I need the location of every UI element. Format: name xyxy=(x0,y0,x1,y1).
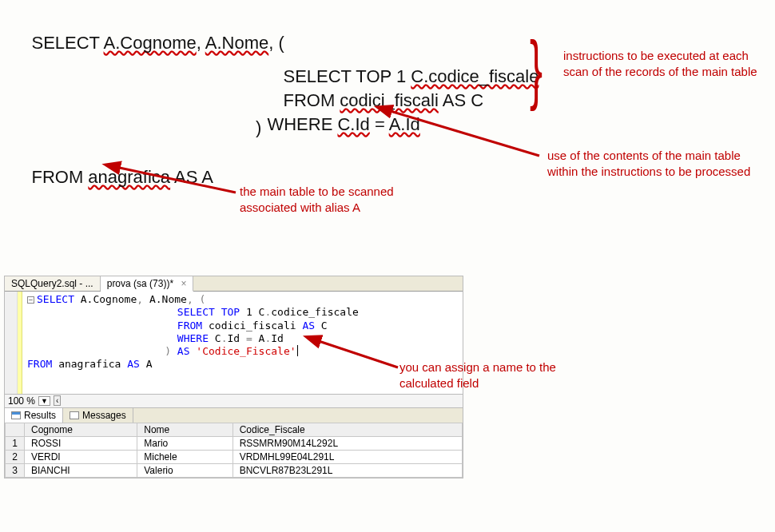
scroll-left-button[interactable]: ‹ xyxy=(54,395,61,406)
zoom-dropdown[interactable]: ▼ xyxy=(38,396,50,406)
kw: WHERE xyxy=(177,332,209,344)
annotation-alias: you can assign a name to the calculated … xyxy=(399,359,575,391)
p: = xyxy=(246,332,252,344)
rownum: 1 xyxy=(6,436,25,450)
annotation-main-table: the main table to be scanned associated … xyxy=(240,184,447,215)
kw: TOP xyxy=(221,306,240,318)
kw: AS xyxy=(177,345,190,357)
kw: SELECT xyxy=(37,293,74,305)
tab-results[interactable]: Results xyxy=(5,408,63,423)
str: 'Codice_Fiscale' xyxy=(196,345,296,357)
fold-icon[interactable]: − xyxy=(27,296,34,304)
brace-icon: } xyxy=(530,25,542,113)
t: Id xyxy=(227,332,245,344)
kw: FROM xyxy=(177,320,202,332)
sep: , xyxy=(197,33,205,53)
t xyxy=(215,306,221,318)
cell-cognome: ROSSI xyxy=(25,436,137,450)
p: ) xyxy=(165,345,171,357)
zoom-bar: 100 % ▼ ‹ xyxy=(5,394,463,407)
t: 1 C xyxy=(240,306,264,318)
t xyxy=(193,293,200,305)
t: A.Nome xyxy=(143,293,187,305)
rownum: 3 xyxy=(6,463,25,477)
editor-tabstrip: SQLQuery2.sql - ... prova (sa (73))* × xyxy=(5,276,463,292)
t: C xyxy=(315,320,328,332)
col-codice-fiscale[interactable]: Codice_Fiscale xyxy=(232,423,462,436)
table-row[interactable]: 3 BIANCHI Valerio BNCVLR87B23L291L xyxy=(6,463,463,477)
tab-connection-label: prova (sa (73))* xyxy=(107,278,173,289)
kw: SELECT xyxy=(177,306,215,318)
col-cognome: A.Cognome xyxy=(104,33,197,53)
kw: AS xyxy=(127,358,140,370)
t: C xyxy=(209,332,221,344)
close-icon[interactable]: × xyxy=(181,278,186,289)
tab-messages[interactable]: Messages xyxy=(63,408,133,423)
arrow-main-table xyxy=(108,162,252,213)
col-nome: A.Nome xyxy=(205,33,268,53)
p: ( xyxy=(200,293,206,305)
tab-results-label: Results xyxy=(24,410,56,421)
table-row[interactable]: 1 ROSSI Mario RSSMRM90M14L292L xyxy=(6,436,463,450)
t: A xyxy=(252,332,265,344)
results-grid[interactable]: Cognome Nome Codice_Fiscale 1 ROSSI Mari… xyxy=(5,423,463,478)
sql-line-5: ) xyxy=(256,117,261,138)
table-row[interactable]: 2 VERDI Michele VRDMHL99E04L291L xyxy=(6,450,463,463)
kw-select: SELECT xyxy=(31,33,103,53)
arrow-correlated xyxy=(380,104,555,171)
p: , xyxy=(137,293,143,305)
result-tabstrip: Results Messages xyxy=(5,407,463,423)
tab-connection[interactable]: prova (sa (73))* × xyxy=(101,276,194,292)
cell-cognome: VERDI xyxy=(25,450,137,463)
tab-file-label: SQLQuery2.sql - ... xyxy=(11,278,93,289)
kw-from-outer: FROM xyxy=(31,167,88,187)
t: Id xyxy=(271,332,284,344)
cell-nome: Michele xyxy=(137,450,232,463)
svg-line-0 xyxy=(388,110,539,156)
t: A.Cognome xyxy=(74,293,137,305)
col-cognome[interactable]: Cognome xyxy=(25,423,137,436)
bookmark-gutter xyxy=(5,292,18,394)
where-left: C.Id xyxy=(337,114,369,134)
sql-diagram: SELECT A.Cognome, A.Nome, ( SELECT TOP 1… xyxy=(12,12,763,260)
t: codice_fiscale xyxy=(271,306,359,318)
grid-icon xyxy=(11,411,21,419)
p: , xyxy=(187,293,193,305)
svg-line-2 xyxy=(316,340,398,367)
t xyxy=(171,345,177,357)
t: codici_fiscali xyxy=(202,320,302,332)
arrow-alias xyxy=(310,335,414,379)
cell-nome: Mario xyxy=(137,436,232,450)
sql-line-1: SELECT A.Cognome, A.Nome, ( xyxy=(12,12,284,74)
text-cursor xyxy=(297,345,298,356)
header-row: Cognome Nome Codice_Fiscale xyxy=(6,423,463,436)
cell-cf: BNCVLR87B23L291L xyxy=(232,463,462,477)
kw: AS xyxy=(302,320,315,332)
annotation-exec: instructions to be executed at each scan… xyxy=(563,48,771,79)
tab-messages-label: Messages xyxy=(82,410,126,421)
zoom-value: 100 % xyxy=(8,395,35,407)
corner-cell xyxy=(6,423,25,436)
messages-icon xyxy=(70,411,79,419)
cell-cognome: BIANCHI xyxy=(25,463,137,477)
cell-nome: Valerio xyxy=(137,463,232,477)
kw: FROM xyxy=(27,358,52,370)
col-nome[interactable]: Nome xyxy=(137,423,232,436)
cell-cf: VRDMHL99E04L291L xyxy=(232,450,462,463)
t: anagrafica xyxy=(52,358,127,370)
annotation-correlated: use of the contents of the main table wi… xyxy=(547,148,771,179)
svg-line-1 xyxy=(116,167,236,193)
cell-cf: RSSMRM90M14L292L xyxy=(232,436,462,450)
t: A xyxy=(140,358,153,370)
kw-where: WHERE xyxy=(267,114,337,134)
rownum: 2 xyxy=(6,450,25,463)
tab-file[interactable]: SQLQuery2.sql - ... xyxy=(5,276,101,291)
